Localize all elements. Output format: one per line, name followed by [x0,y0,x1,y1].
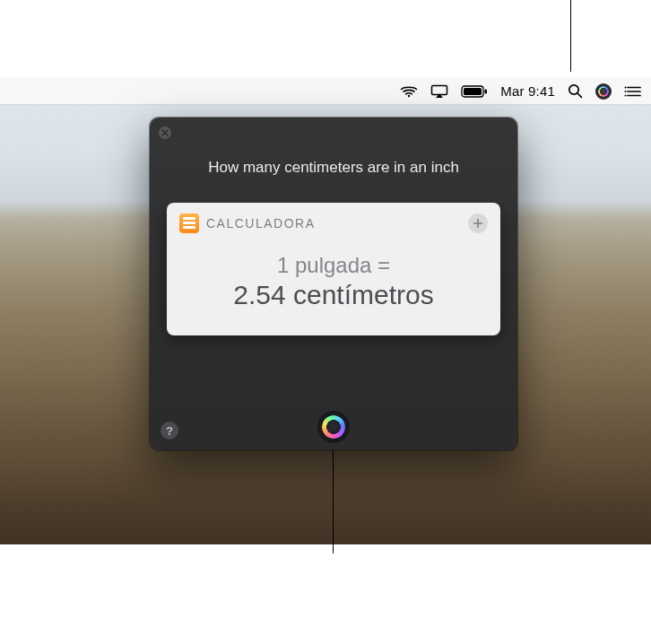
siri-activate-button[interactable] [317,411,350,443]
svg-rect-4 [485,89,488,93]
card-source-label: CALCULADORA [206,216,316,231]
result-line-2: 2.54 centímetros [179,280,488,310]
wifi-icon[interactable] [400,85,418,98]
add-button[interactable] [468,213,488,233]
airplay-icon[interactable] [430,84,448,99]
siri-query-text: How many centimeters are in an inch [150,159,517,177]
menu-bar: Mar 9:41 [0,78,651,105]
battery-icon[interactable] [461,85,488,98]
result-line-1: 1 pulgada = [179,253,488,278]
notification-center-icon[interactable] [624,85,642,98]
callout-line-bottom [333,437,334,553]
svg-point-0 [408,94,410,96]
card-header: CALCULADORA [179,213,488,233]
svg-point-10 [625,91,627,92]
siri-icon[interactable] [595,83,612,100]
svg-rect-3 [464,88,482,95]
svg-point-9 [625,86,627,88]
calculator-icon [179,213,199,233]
search-icon[interactable] [568,83,583,99]
help-button[interactable]: ? [161,422,178,439]
callout-line-top [570,0,571,72]
svg-point-11 [625,94,627,96]
svg-rect-1 [432,85,447,94]
siri-result-card: CALCULADORA 1 pulgada = 2.54 centímetros [167,203,500,335]
close-button[interactable] [159,126,171,139]
siri-window: How many centimeters are in an inch CALC… [150,117,517,450]
clock-text[interactable]: Mar 9:41 [500,83,555,99]
